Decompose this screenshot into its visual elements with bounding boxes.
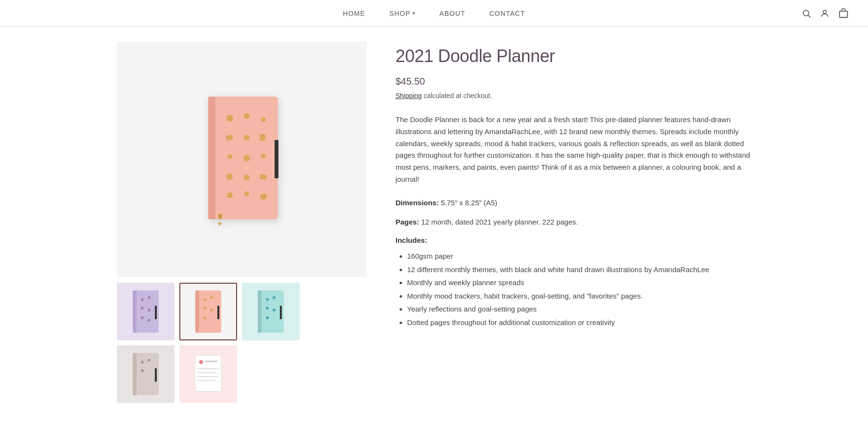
- svg-rect-25: [133, 290, 159, 333]
- svg-point-19: [227, 192, 233, 198]
- svg-rect-23: [219, 214, 221, 219]
- chevron-down-icon: ▾: [413, 11, 415, 16]
- svg-point-20: [244, 191, 249, 196]
- thumbnail-2[interactable]: [242, 283, 300, 340]
- svg-point-40: [203, 316, 206, 319]
- svg-rect-55: [155, 368, 157, 382]
- list-item: Monthly and weekly planner spreads: [407, 276, 752, 289]
- pages-value: 12 month, dated 2021 yearly planner. 222…: [421, 218, 578, 226]
- nav-contact[interactable]: CONTACT: [490, 10, 525, 17]
- pages-label: Pages:: [396, 218, 419, 226]
- svg-rect-4: [208, 97, 278, 219]
- svg-rect-43: [258, 290, 262, 333]
- svg-rect-34: [195, 290, 221, 333]
- svg-rect-35: [195, 290, 199, 333]
- nav-shop[interactable]: SHOP ▾: [389, 10, 415, 17]
- product-images: ✦: [117, 41, 367, 403]
- svg-point-54: [141, 369, 144, 372]
- svg-line-1: [808, 15, 811, 17]
- list-item: Monthly mood trackers, habit trackers, g…: [407, 290, 752, 302]
- thumbnail-row-2: [117, 345, 367, 403]
- svg-point-15: [261, 153, 266, 158]
- svg-point-29: [141, 307, 144, 310]
- svg-rect-5: [208, 97, 215, 219]
- svg-point-8: [244, 113, 250, 119]
- nav-icon-group: [802, 8, 849, 19]
- svg-point-37: [210, 296, 213, 299]
- list-item: Yearly reflections and goal-setting page…: [407, 303, 752, 315]
- main-product-image: ✦: [117, 41, 367, 277]
- svg-rect-58: [205, 361, 217, 362]
- svg-rect-50: [133, 353, 159, 395]
- account-button[interactable]: [820, 9, 830, 18]
- includes-list: 160gsm paper 12 different monthly themes…: [396, 250, 752, 328]
- product-price: $45.50: [396, 76, 752, 87]
- product-description: The Doodle Planner is back for a new yea…: [396, 114, 752, 186]
- thumbnail-4[interactable]: [179, 345, 237, 403]
- svg-rect-60: [197, 372, 216, 373]
- shipping-text: calculated at checkout.: [424, 92, 492, 100]
- svg-point-39: [210, 309, 213, 312]
- search-icon: [802, 9, 811, 18]
- product-pages: Pages: 12 month, dated 2021 yearly plann…: [396, 216, 752, 228]
- svg-point-21: [260, 193, 267, 200]
- svg-rect-6: [275, 140, 278, 178]
- svg-point-32: [148, 319, 151, 322]
- svg-point-17: [244, 175, 250, 180]
- shipping-line: Shipping calculated at checkout.: [396, 92, 752, 100]
- svg-point-47: [273, 309, 276, 312]
- svg-point-45: [273, 296, 276, 299]
- svg-rect-61: [197, 376, 218, 377]
- svg-point-13: [227, 154, 232, 159]
- svg-point-31: [141, 316, 144, 319]
- nav-links: HOME SHOP ▾ ABOUT CONTACT: [343, 10, 525, 17]
- shipping-link[interactable]: Shipping: [396, 92, 422, 100]
- svg-rect-33: [155, 306, 157, 319]
- navbar: HOME SHOP ▾ ABOUT CONTACT: [0, 0, 868, 27]
- svg-point-36: [203, 298, 206, 301]
- includes-label: Includes:: [396, 236, 752, 244]
- svg-point-44: [266, 298, 269, 301]
- product-dimensions: Dimensions: 5.75" x 8.25" (A5): [396, 197, 752, 209]
- svg-point-53: [148, 359, 151, 362]
- svg-point-9: [261, 117, 266, 122]
- svg-rect-42: [258, 290, 284, 333]
- svg-point-14: [243, 155, 250, 162]
- svg-point-2: [823, 10, 827, 13]
- svg-rect-62: [197, 380, 215, 381]
- svg-rect-12: [260, 134, 265, 141]
- thumbnail-3[interactable]: [117, 345, 175, 403]
- dimensions-label: Dimensions:: [396, 199, 439, 207]
- list-item: 160gsm paper: [407, 250, 752, 263]
- svg-point-52: [141, 361, 144, 363]
- svg-rect-3: [840, 11, 848, 17]
- nav-about[interactable]: ABOUT: [440, 10, 465, 17]
- svg-rect-16: [226, 174, 233, 180]
- cart-icon: [838, 8, 849, 19]
- nav-home[interactable]: HOME: [343, 10, 365, 17]
- svg-point-28: [148, 296, 151, 299]
- svg-point-38: [203, 307, 206, 310]
- cart-button[interactable]: [838, 8, 849, 19]
- svg-text:✦: ✦: [216, 220, 223, 226]
- svg-point-46: [266, 307, 269, 310]
- thumbnail-0[interactable]: [117, 283, 175, 340]
- list-item: Dotted pages throughout for additional c…: [407, 316, 752, 329]
- product-info: 2021 Doodle Planner $45.50 Shipping calc…: [396, 41, 752, 403]
- svg-point-0: [803, 10, 809, 16]
- svg-point-11: [244, 135, 250, 140]
- svg-point-48: [266, 316, 269, 319]
- svg-point-30: [148, 309, 151, 312]
- svg-rect-41: [217, 306, 219, 319]
- thumbnail-1[interactable]: [179, 283, 237, 340]
- list-item: 12 different monthly themes, with black …: [407, 263, 752, 276]
- search-button[interactable]: [802, 9, 811, 18]
- thumbnail-row-1: [117, 283, 367, 340]
- dimensions-value: 5.75" x 8.25" (A5): [441, 199, 497, 207]
- product-title: 2021 Doodle Planner: [396, 46, 752, 66]
- main-content: ✦: [98, 27, 771, 417]
- svg-rect-51: [133, 353, 137, 395]
- svg-point-57: [199, 360, 203, 364]
- svg-rect-59: [197, 368, 219, 369]
- svg-rect-26: [133, 290, 137, 333]
